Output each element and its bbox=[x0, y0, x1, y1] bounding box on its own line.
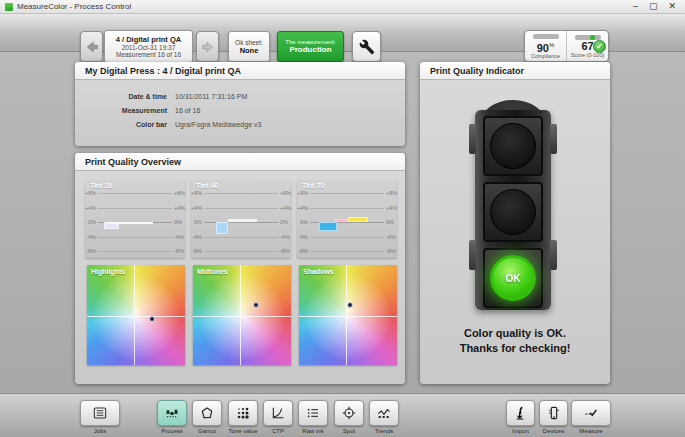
next-measurement-button[interactable] bbox=[196, 31, 219, 62]
job-row-value: Ugra/Fogra Mediawedge v3 bbox=[175, 121, 261, 128]
print-quality-overview-panel: Print Quality Overview Tint 20 +8% +8%+4… bbox=[75, 153, 405, 384]
y-axis-tick: -8% bbox=[85, 248, 97, 254]
jobs-button[interactable] bbox=[80, 400, 120, 426]
job-datetime: 2011-Oct-31 19:37 bbox=[122, 44, 176, 51]
close-button[interactable]: ✕ bbox=[668, 0, 676, 13]
settings-button[interactable] bbox=[352, 31, 381, 62]
traffic-light-bracket bbox=[469, 240, 476, 270]
import-button[interactable] bbox=[506, 400, 535, 426]
y-axis-tick: -4% bbox=[279, 234, 291, 240]
y-axis-tick: +4% bbox=[191, 205, 203, 211]
yellow-light-off bbox=[490, 189, 536, 235]
ctp-button[interactable] bbox=[263, 400, 293, 426]
y-axis-tick: -4% bbox=[191, 234, 203, 240]
job-info-row: Color bar Ugra/Fogra Mediawedge v3 bbox=[75, 117, 405, 131]
y-axis-tick: 0% bbox=[297, 219, 309, 225]
title-bar: MeasureColor - Process Control – ▢ ✕ bbox=[0, 0, 685, 14]
gamut-map-label: Highlights bbox=[91, 268, 125, 275]
compliance-label: Compliance bbox=[531, 53, 560, 59]
minimize-button[interactable]: – bbox=[633, 0, 638, 13]
red-light-cell bbox=[483, 116, 543, 176]
tone-value-button[interactable] bbox=[228, 400, 258, 426]
measure-button[interactable] bbox=[571, 400, 611, 426]
y-axis-tick: +8% bbox=[385, 190, 397, 196]
quality-metrics: 90% Compliance 67 Score (0-100) ✓ bbox=[524, 30, 609, 62]
tint-deviation-bar bbox=[319, 222, 337, 231]
job-measurement-count: Measurement 16 of 16 bbox=[116, 51, 181, 58]
y-axis-tick: +8% bbox=[279, 190, 291, 196]
import-icon bbox=[513, 405, 529, 421]
tint-deviation-bar bbox=[228, 219, 256, 222]
app-logo-icon bbox=[5, 3, 13, 11]
raw-ink-button[interactable] bbox=[298, 400, 328, 426]
devices-button[interactable] bbox=[539, 400, 568, 426]
y-axis-tick: +4% bbox=[279, 205, 291, 211]
wrench-icon bbox=[359, 39, 375, 55]
process-button[interactable] bbox=[157, 400, 187, 426]
spot-button[interactable] bbox=[334, 400, 364, 426]
trends-button[interactable] bbox=[369, 400, 399, 426]
job-row-value: 10/31/2011 7:31:16 PM bbox=[175, 93, 247, 100]
job-info-row: Date & time 10/31/2011 7:31:16 PM bbox=[75, 89, 405, 103]
y-axis-tick: -4% bbox=[173, 234, 185, 240]
y-axis-tick: +8% bbox=[85, 190, 97, 196]
gamut-crosshair-horizontal bbox=[193, 316, 291, 317]
arrow-left-icon bbox=[84, 40, 100, 54]
compliance-unit: % bbox=[549, 42, 554, 48]
tint-chart-title: Tint 40 bbox=[196, 182, 218, 189]
gamut-map-shadows: Shadows bbox=[299, 265, 397, 365]
gamut-crosshair-horizontal bbox=[299, 316, 397, 317]
y-axis-tick: -8% bbox=[191, 248, 203, 254]
measure-icon bbox=[583, 405, 599, 421]
gamut-measurement-dot bbox=[149, 316, 155, 322]
process-icon bbox=[164, 405, 180, 421]
quality-message: Color quality is OK. Thanks for checking… bbox=[420, 326, 610, 356]
y-axis-tick: +8% bbox=[191, 190, 203, 196]
y-axis-tick: -4% bbox=[85, 234, 97, 240]
gamut-icon bbox=[199, 405, 215, 421]
y-axis-tick: 0% bbox=[279, 219, 291, 225]
overview-title: Print Quality Overview bbox=[75, 153, 405, 171]
compliance-metric: 90% Compliance bbox=[525, 31, 566, 61]
quality-message-line2: Thanks for checking! bbox=[420, 341, 610, 356]
job-row-label: Color bar bbox=[75, 121, 175, 128]
y-axis-tick: -8% bbox=[385, 248, 397, 254]
y-axis-tick: +4% bbox=[385, 205, 397, 211]
jobs-button-label: Jobs bbox=[70, 428, 130, 434]
job-row-label: Date & time bbox=[75, 93, 175, 100]
job-row-label: Measurement bbox=[75, 107, 175, 114]
ok-sheet-button[interactable]: Ok sheet: None bbox=[228, 31, 270, 62]
score-value: 67 bbox=[581, 41, 593, 52]
compliance-value: 90 bbox=[537, 41, 549, 53]
y-axis-tick: +4% bbox=[297, 205, 309, 211]
measure-button-label: Measure bbox=[561, 428, 621, 434]
tint-chart-title: Tint 70 bbox=[302, 182, 324, 189]
tint-deviation-bar bbox=[216, 222, 229, 234]
spot-icon bbox=[341, 405, 357, 421]
tint-chart-plot bbox=[204, 193, 278, 251]
current-measurement-info[interactable]: 4 / Digital print QA 2011-Oct-31 19:37 M… bbox=[104, 30, 193, 63]
traffic-light-bracket bbox=[469, 124, 476, 154]
job-info-title: My Digital Press : 4 / Digital print QA bbox=[75, 62, 405, 80]
measurement-mode-value: Production bbox=[289, 45, 331, 54]
y-axis-tick: -8% bbox=[297, 248, 309, 254]
bottom-toolbar: JobsProcessGamutTone valueCTPRaw inkSpot… bbox=[0, 393, 685, 437]
print-quality-indicator-panel: Print Quality Indicator OK Color quality… bbox=[420, 62, 610, 384]
tone-value-icon bbox=[235, 405, 251, 421]
compliance-bar bbox=[533, 34, 559, 39]
top-toolbar: 4 / Digital print QA 2011-Oct-31 19:37 M… bbox=[0, 14, 685, 52]
gamut-crosshair-vertical bbox=[240, 265, 241, 365]
measurement-mode-button[interactable]: The measurement: Production bbox=[277, 31, 344, 62]
y-axis-tick: -4% bbox=[385, 234, 397, 240]
tint-deviation-bar bbox=[348, 217, 367, 222]
gamut-button[interactable] bbox=[192, 400, 222, 426]
score-bar bbox=[575, 35, 601, 40]
y-axis-tick: -4% bbox=[297, 234, 309, 240]
arrow-right-icon bbox=[200, 40, 216, 54]
ok-sheet-value: None bbox=[240, 46, 259, 55]
tint-chart-title: Tint 20 bbox=[90, 182, 112, 189]
traffic-light-bracket bbox=[550, 240, 557, 270]
y-axis-tick: +4% bbox=[173, 205, 185, 211]
previous-measurement-button[interactable] bbox=[80, 31, 103, 62]
maximize-button[interactable]: ▢ bbox=[649, 0, 658, 13]
